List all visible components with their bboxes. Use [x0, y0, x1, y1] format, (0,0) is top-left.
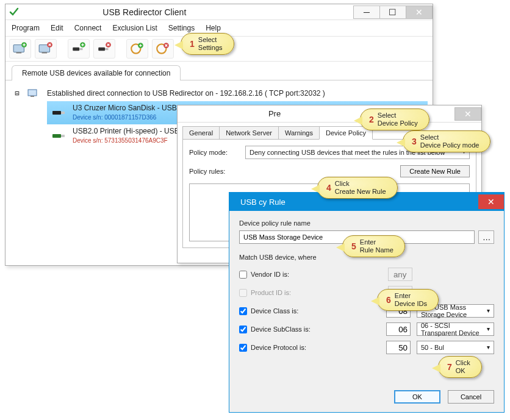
- vendor-value: [388, 268, 412, 281]
- protocol-checkbox[interactable]: [239, 344, 247, 352]
- callout-3-num: 3: [412, 137, 417, 146]
- callout-2-num: 2: [369, 115, 374, 124]
- usb-icon-green: [51, 130, 68, 141]
- callout-2: 2 SelectDevice Policy: [360, 109, 429, 130]
- subclass-num[interactable]: [386, 322, 411, 336]
- class-label: Device Class is:: [251, 307, 298, 315]
- menu-edit[interactable]: Edit: [49, 23, 65, 34]
- row-class: Device Class is: 08 - USB Mass Storage D…: [239, 304, 494, 318]
- svg-rect-20: [52, 134, 61, 138]
- svg-rect-17: [31, 96, 34, 97]
- vendor-checkbox[interactable]: [239, 271, 247, 279]
- svg-rect-18: [52, 111, 61, 115]
- callout-5-num: 5: [351, 241, 356, 251]
- main-titlebar: USB Redirector Client ─ ☐ ✕: [5, 4, 433, 20]
- menu-program[interactable]: Program: [10, 23, 41, 34]
- tb-add-pc[interactable]: [9, 39, 31, 59]
- svg-rect-6: [73, 48, 79, 51]
- device2-name: USB2.0 Printer (Hi-speed) - USB P: [73, 127, 186, 135]
- close-button[interactable]: ✕: [406, 5, 433, 19]
- pref-title: Pre: [268, 109, 281, 118]
- device1-sn: Device s/n: 00001871157D366: [73, 114, 156, 121]
- callout-4-txt: ClickCreate New Rule: [335, 180, 386, 195]
- svg-rect-1: [16, 52, 22, 53]
- minimize-button[interactable]: ─: [353, 5, 380, 19]
- usb-icon: [51, 107, 68, 118]
- rule-title: USB cy Rule: [240, 198, 286, 207]
- tree-connection-row[interactable]: ⊟ Established direct connection to USB R…: [10, 85, 428, 101]
- callout-5: 5 EnterRule Name: [342, 235, 405, 257]
- rule-close-button[interactable]: ✕: [478, 194, 504, 209]
- menu-help[interactable]: Help: [204, 23, 222, 34]
- callout-2-txt: SelectDevice Policy: [378, 112, 418, 127]
- subclass-combo[interactable]: 06 - SCSI Transparent Device: [417, 322, 494, 336]
- policy-mode-label: Policy mode:: [189, 149, 239, 156]
- protocol-num[interactable]: [386, 341, 411, 354]
- protocol-label: Device Protocol is:: [251, 344, 306, 351]
- svg-rect-4: [42, 52, 48, 53]
- callout-7-num: 7: [447, 362, 452, 372]
- cancel-button[interactable]: Cancel: [448, 390, 494, 404]
- callout-4: 4 ClickCreate New Rule: [317, 177, 398, 199]
- create-new-rule-button[interactable]: Create New Rule: [400, 165, 470, 177]
- menu-settings[interactable]: Settings: [167, 23, 196, 34]
- callout-1-txt: SelectSettings: [198, 36, 223, 51]
- tree-collapse-icon[interactable]: ⊟: [14, 89, 20, 98]
- connection-label: Established direct connection to USB Red…: [47, 89, 325, 98]
- callout-3: 3 SelectDevice Policy mode: [403, 130, 490, 152]
- tb-del-usb[interactable]: [93, 39, 115, 59]
- callout-4-num: 4: [326, 183, 331, 193]
- product-checkbox: [239, 289, 247, 297]
- pref-tab-network[interactable]: Network Server: [219, 126, 279, 140]
- tb-block[interactable]: [126, 39, 148, 59]
- callout-3-txt: SelectDevice Policy mode: [420, 133, 479, 149]
- svg-rect-10: [105, 48, 108, 50]
- callout-6-num: 6: [386, 295, 391, 305]
- callout-6-txt: EnterDevice IDs: [395, 292, 427, 307]
- callout-1: 1 SelectSettings: [181, 33, 234, 55]
- callout-6: 6 EnterDevice IDs: [377, 289, 439, 311]
- svg-rect-16: [28, 90, 37, 96]
- menu-exclusion[interactable]: Exclusion List: [111, 23, 158, 34]
- row-vendor: Vendor ID is:: [239, 267, 494, 282]
- pref-close-button[interactable]: ✕: [454, 107, 481, 121]
- main-tab-header: Remote USB devices available for connect…: [5, 62, 433, 80]
- subclass-combo-text: 06 - SCSI Transparent Device: [421, 322, 483, 336]
- vendor-label: Vendor ID is:: [251, 271, 289, 278]
- maximize-button[interactable]: ☐: [379, 5, 406, 19]
- pref-titlebar: Pre ✕: [178, 105, 481, 123]
- class-checkbox[interactable]: [239, 307, 247, 315]
- tab-remote-devices[interactable]: Remote USB devices available for connect…: [12, 65, 181, 80]
- menu-connect[interactable]: Connect: [73, 23, 103, 34]
- row-protocol: Device Protocol is: 50 - Bul: [239, 340, 494, 355]
- callout-7: 7 ClickOK: [438, 356, 482, 378]
- pc-icon: [25, 88, 42, 99]
- svg-rect-19: [61, 112, 65, 114]
- policy-rules-label: Policy rules:: [189, 168, 239, 175]
- protocol-combo-text: 50 - Bul: [421, 344, 444, 351]
- pref-tab-warnings[interactable]: Warnings: [278, 126, 320, 140]
- callout-5-txt: EnterRule Name: [360, 238, 393, 254]
- row-subclass: Device SubClass is: 06 - SCSI Transparen…: [239, 322, 494, 336]
- ok-button[interactable]: OK: [394, 390, 440, 404]
- svg-rect-9: [98, 48, 105, 51]
- main-title: USB Redirector Client: [102, 7, 186, 17]
- rule-name-label: Device policy rule name: [239, 219, 494, 227]
- callout-7-txt: ClickOK: [456, 359, 470, 374]
- device2-sn: Device s/n: 5731355031476A9C3F: [73, 137, 168, 144]
- rule-browse-button[interactable]: …: [478, 230, 494, 244]
- svg-rect-7: [79, 48, 82, 50]
- app-icon: [9, 7, 19, 17]
- tb-del-pc[interactable]: [35, 39, 57, 59]
- product-label: Product ID is:: [251, 289, 291, 296]
- tb-add-usb[interactable]: [68, 39, 90, 59]
- pref-tab-general[interactable]: General: [182, 126, 220, 140]
- subclass-checkbox[interactable]: [239, 326, 247, 333]
- callout-1-num: 1: [190, 39, 195, 49]
- svg-rect-21: [61, 135, 65, 137]
- subclass-label: Device SubClass is:: [251, 326, 311, 333]
- protocol-combo[interactable]: 50 - Bul: [417, 341, 494, 354]
